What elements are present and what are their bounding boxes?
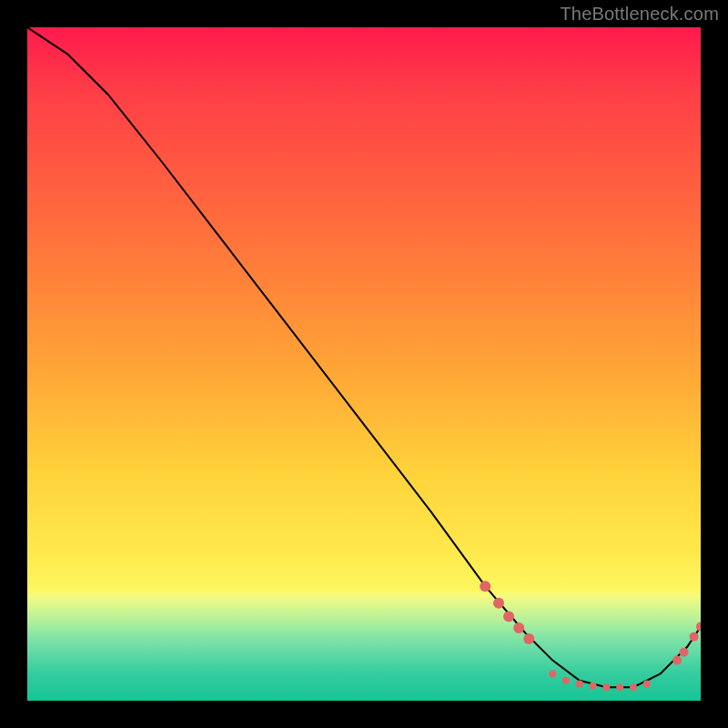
highlight-point: [630, 683, 637, 691]
highlight-point: [672, 656, 682, 665]
curve-overlay: [27, 27, 701, 701]
highlight-point: [549, 670, 556, 677]
highlight-point: [602, 683, 610, 691]
highlight-point: [576, 681, 583, 688]
highlight-point: [616, 683, 623, 691]
watermark-text: TheBottleneck.com: [560, 4, 719, 25]
highlight-point: [562, 677, 570, 684]
highlight-point: [523, 633, 534, 644]
highlight-point: [690, 632, 699, 642]
highlight-point: [480, 581, 490, 592]
highlight-point: [696, 622, 701, 632]
highlight-points: [480, 581, 701, 691]
highlight-point: [590, 682, 597, 690]
highlight-point: [503, 612, 514, 622]
highlight-point: [680, 648, 689, 657]
plot-area: [27, 27, 701, 701]
chart-frame: TheBottleneck.com: [0, 0, 728, 728]
bottleneck-curve-path: [27, 27, 701, 687]
highlight-point: [513, 622, 524, 633]
bottleneck-curve: [27, 27, 701, 687]
highlight-point: [493, 598, 504, 609]
highlight-point: [643, 681, 651, 688]
